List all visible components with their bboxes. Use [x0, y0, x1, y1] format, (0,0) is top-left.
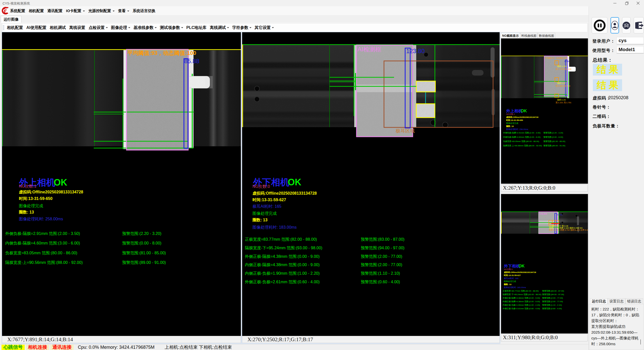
- menu-item-查看[interactable]: 查看: [116, 6, 131, 16]
- close-button[interactable]: [632, 0, 644, 6]
- toolbar-item-AI使用配置[interactable]: AI使用配置: [25, 25, 48, 30]
- toolbar-item-label: 离线设置: [69, 25, 85, 30]
- svg-text:预警范围:(83.00 - 87.00): 预警范围:(83.00 - 87.00): [361, 237, 404, 241]
- svg-text:圈数: 13: 圈数: 13: [252, 218, 268, 222]
- log-tab-运行日志[interactable]: 运行日志: [590, 298, 608, 304]
- toolbar-item-字符参数[interactable]: 字符参数: [231, 25, 253, 30]
- user-button[interactable]: [610, 17, 619, 33]
- user-group-icon: [622, 21, 630, 30]
- svg-text:圈数: 13: 圈数: 13: [19, 210, 34, 214]
- toolbar-item-相机配置[interactable]: 相机配置: [5, 25, 25, 30]
- toolbar-item-其它设置[interactable]: 其它设置: [253, 25, 275, 30]
- log-output[interactable]: 耗时：222，缺陷检测耗时：17，缺陷分类耗时：0，缺陷提取分区耗时：直方图提取…: [589, 304, 644, 350]
- dropdown-arrow-icon: [83, 11, 85, 12]
- svg-text:预警范围:(0.00 - 8.00): 预警范围:(0.00 - 8.00): [543, 136, 563, 138]
- toolbar-item-基准线参数[interactable]: 基准线参数: [132, 25, 158, 30]
- maximize-button[interactable]: [621, 0, 633, 6]
- field-label-负极耳数量：: 负极耳数量：: [593, 123, 620, 129]
- camera-status: OK: [54, 177, 67, 188]
- app-logo: [1, 7, 9, 15]
- svg-text:预警范围:(81.00 - 85.00): 预警范围:(81.00 - 85.00): [122, 251, 166, 255]
- svg-text:预警范围:(2.00 - 77.00): 预警范围:(2.00 - 77.00): [361, 254, 402, 259]
- result-box-2: 结果: [593, 79, 622, 91]
- menu-items: 系统配置相机配置通讯配置IO卡配置光源控制配置查看系统语言切换: [8, 6, 157, 16]
- user-icon: [611, 20, 619, 31]
- svg-text:外侧正极-隔膜=4.38mm 范围:(0.00 - 9.00: 外侧正极-隔膜=4.38mm 范围:(0.00 - 9.00): [503, 297, 540, 299]
- toolbar-item-离线调试[interactable]: 离线调试: [208, 25, 231, 30]
- svg-text:内侧正极-负极=1.90mm 范围:(1.00 - 2.20: 内侧正极-负极=1.90mm 范围:(1.00 - 2.20): [245, 271, 320, 275]
- dropdown-arrow-icon: [249, 27, 251, 28]
- login-user-input[interactable]: cys: [617, 37, 644, 44]
- ai-detect-label: AI检测框: [539, 213, 548, 215]
- window-title: CYS-视觉检测系统: [3, 1, 30, 6]
- user-group-button[interactable]: [622, 17, 631, 33]
- toolbar-item-label: 相机配置: [7, 25, 23, 30]
- toolbar-item-测试项参数[interactable]: 测试项参数: [158, 25, 185, 30]
- menu-item-系统语言切换[interactable]: 系统语言切换: [131, 6, 157, 16]
- svg-text:图像处理耗时: 183.00ms: 图像处理耗时: 183.00ms: [252, 225, 297, 229]
- svg-text:外侧正极-负极=2.61mm 范围:(0.60 - 4.00: 外侧正极-负极=2.61mm 范围:(0.60 - 4.00): [245, 280, 320, 284]
- width-value: 85.88: [184, 58, 199, 64]
- status-chip-通讯连接: 通讯连接: [50, 345, 74, 350]
- ng-tab-NG截图显示[interactable]: NG截图显示: [501, 33, 520, 39]
- svg-text:NG次数:1: NG次数:1: [506, 113, 515, 115]
- svg-text:预警范围:(2.00 - 77.00): 预警范围:(2.00 - 77.00): [542, 300, 563, 303]
- menu-item-通讯配置[interactable]: 通讯配置: [46, 6, 64, 16]
- svg-text:内侧正极-隔膜=4.38mm 范围:(0.00 - 9.00: 内侧正极-隔膜=4.38mm 范围:(0.00 - 9.00): [503, 300, 540, 303]
- toolbar-item-图像处理[interactable]: 图像处理: [109, 25, 132, 30]
- toolbar: 相机配置AI使用配置相机调试离线设置点检设置图像处理基准线参数测试项参数PLC地…: [2, 23, 588, 32]
- toolbar-item-离线设置[interactable]: 离线设置: [68, 25, 87, 30]
- menu-item-IO卡配置[interactable]: IO卡配置: [64, 6, 87, 16]
- toolbar-drag-handle[interactable]: [3, 25, 4, 30]
- svg-text:时间:13-31-59-627: 时间:13-31-59-627: [252, 198, 286, 202]
- ng-thumb-top-scene: 平均阈值:93，动态阈值:10085.88面积:1.226宽:1.775 高:1…: [501, 39, 588, 184]
- menu-item-光源控制配置[interactable]: 光源控制配置: [87, 6, 116, 16]
- log-tab-错误日志[interactable]: 错误日志: [625, 298, 643, 304]
- menu-item-系统配置[interactable]: 系统配置: [8, 6, 27, 16]
- svg-text:宽:0.889 高:2.14: 宽:0.889 高:2.14: [556, 85, 570, 87]
- toolbar-item-PLC地址库[interactable]: PLC地址库: [185, 25, 208, 30]
- threshold-label: 平均阈值:93，动态阈值:100: [127, 50, 196, 56]
- toolbar-item-label: PLC地址库: [186, 25, 207, 30]
- logout-button[interactable]: [634, 17, 644, 33]
- svg-text:NG次数:0: NG次数:0: [504, 268, 513, 270]
- svg-text:宽:1.221 高:1.751: 宽:1.221 高:1.751: [556, 101, 571, 104]
- ng-thumbnail-bottom[interactable]: AI检测框123.80√5 面积:0.577 宽:0.36宽度:2.345 高度…: [501, 194, 588, 334]
- menu-item-label: 查看: [118, 9, 126, 13]
- tab-run-image[interactable]: 运行图像: [1, 16, 21, 23]
- dropdown-arrow-icon: [127, 11, 129, 12]
- total-result-label: 总结果：: [593, 57, 613, 63]
- log-line: 直方图提取缺陷成功: [591, 324, 642, 329]
- toolbar-item-label: 基准线参数: [134, 25, 154, 30]
- camera-top-pixel-readout: X:7677;Y:891;R:14;G:14;B:14: [2, 336, 241, 343]
- camera-view-bottom[interactable]: AI检测框极耳区域123.80外下相机OKNG次数:0虚拟码:Offline20…: [242, 32, 500, 336]
- svg-text:OK: OK: [521, 109, 527, 113]
- close-icon: [636, 2, 640, 5]
- pause-button[interactable]: [592, 17, 607, 33]
- camera-view-top[interactable]: 85.88平均阈值:93，动态阈值:100外上相机OKNG次数:1虚拟码:Off…: [2, 32, 241, 336]
- log-tab-设置日志[interactable]: 设置日志: [608, 298, 625, 304]
- ng-tab-数据曲线图[interactable]: 数据曲线图: [538, 33, 555, 39]
- svg-text:预警范围:(2.20 - 3.20): 预警范围:(2.20 - 3.20): [543, 132, 563, 134]
- toolbar-item-点检设置[interactable]: 点检设置: [87, 25, 109, 30]
- log-line: 2025:02:08-13:31:59:650—cys—外上相机—图像处理耗时：…: [591, 329, 642, 347]
- svg-text:面积:1.226: 面积:1.226: [557, 65, 567, 67]
- toolbar-item-相机调试[interactable]: 相机调试: [48, 25, 68, 30]
- login-user-label: 登录用户：: [592, 38, 615, 44]
- svg-text:图像处理耗时: 258.00ms: 图像处理耗时: 258.00ms: [19, 217, 63, 221]
- ng-capture-panel: NG截图显示料线曲线图数据曲线图 平均阈值:93，动态阈值:10085.88面积…: [501, 33, 588, 342]
- svg-text:预警范围:(89.00 - 91.00): 预警范围:(89.00 - 91.00): [122, 260, 166, 265]
- svg-text:预警范围:(81.00 - 85.00): 预警范围:(81.00 - 85.00): [543, 140, 565, 143]
- svg-text:虚拟码:Offline20250208133134728: 虚拟码:Offline20250208133134728: [252, 191, 317, 195]
- minimize-button[interactable]: [609, 0, 621, 6]
- dropdown-arrow-icon: [113, 11, 115, 12]
- model-input[interactable]: Model1: [617, 46, 644, 53]
- ng-thumb-bottom-scene: AI检测框123.80√5 面积:0.577 宽:0.36宽度:2.345 高度…: [501, 194, 588, 333]
- ng-tab-料线曲线图[interactable]: 料线曲线图: [520, 33, 538, 39]
- svg-text:预警范围:(94.00 - 97.00): 预警范围:(94.00 - 97.00): [361, 246, 404, 250]
- svg-text:圈数: 13: 圈数: 13: [506, 125, 514, 127]
- camera-top-scene: 85.88平均阈值:93，动态阈值:100外上相机OKNG次数:1虚拟码:Off…: [2, 32, 241, 336]
- field-label-卷针号：: 卷针号：: [593, 104, 611, 110]
- menu-item-相机配置[interactable]: 相机配置: [27, 6, 46, 16]
- ng-thumbnail-top[interactable]: 平均阈值:93，动态阈值:10085.88面积:1.226宽:1.775 高:1…: [501, 38, 588, 184]
